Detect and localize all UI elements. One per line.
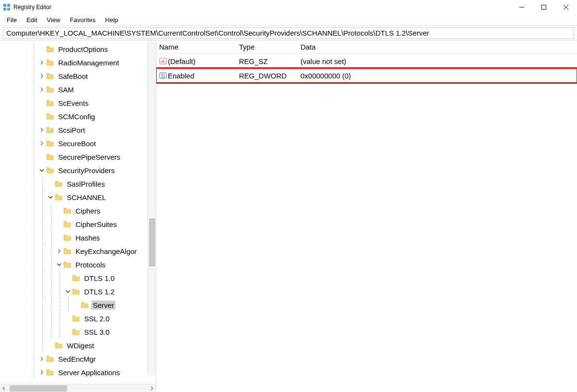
tree-node[interactable]: SCHANNEL (0, 190, 156, 204)
value-row[interactable]: ab(Default)REG_SZ(value not set) (156, 54, 577, 68)
chevron-right-icon[interactable] (38, 59, 45, 66)
tree-node-label[interactable]: Server Applications (57, 368, 121, 377)
value-type: REG_DWORD (239, 72, 301, 80)
tree-node[interactable]: ProductOptions (0, 42, 156, 56)
values-header: Name Type Data (156, 40, 577, 54)
folder-icon (63, 221, 71, 228)
tree-node-label[interactable]: DTLS 1.2 (83, 287, 116, 296)
tree-node[interactable]: SedEncMgr (0, 352, 156, 366)
column-data[interactable]: Data (301, 43, 577, 51)
tree-node[interactable]: SSL 3.0 (0, 325, 156, 339)
menu-favorites[interactable]: Favorites (65, 15, 100, 25)
menubar: File Edit View Favorites Help (0, 14, 577, 26)
chevron-right-icon[interactable] (38, 126, 45, 133)
menu-help[interactable]: Help (100, 15, 123, 25)
tree-node[interactable]: Server Applications (0, 366, 156, 379)
menu-file[interactable]: File (2, 15, 22, 25)
tree-node[interactable]: SafeBoot (0, 69, 156, 83)
tree-node[interactable]: Ciphers (0, 204, 156, 217)
tree-node[interactable]: Server (0, 298, 156, 312)
tree-node-label[interactable]: Protocols (74, 260, 107, 269)
chevron-down-icon[interactable] (47, 194, 54, 201)
tree-node-label[interactable]: SecurePipeServers (57, 152, 122, 162)
tree-node-label[interactable]: SSL 3.0 (83, 328, 111, 337)
app-icon (3, 3, 11, 11)
tree-node[interactable]: CipherSuites (0, 217, 156, 231)
tree-node-label[interactable]: SAM (57, 85, 75, 94)
folder-icon (46, 153, 54, 160)
tree-node[interactable]: SAM (0, 83, 156, 96)
value-row[interactable]: 011110EnabledREG_DWORD0x00000000 (0) (156, 68, 577, 83)
tree-node-label[interactable]: CipherSuites (74, 220, 118, 229)
tree-node-label[interactable]: SedEncMgr (57, 354, 97, 364)
chevron-down-icon[interactable] (38, 167, 45, 174)
folder-icon (46, 100, 54, 106)
tree-node-label[interactable]: RadioManagement (57, 58, 121, 67)
tree-node[interactable]: SecurityProviders (0, 164, 156, 177)
chevron-down-icon[interactable] (64, 288, 71, 295)
scrollbar-thumb[interactable] (10, 385, 67, 392)
tree-node[interactable]: ScsiPort (0, 123, 156, 137)
tree-node[interactable]: DTLS 1.0 (0, 271, 156, 285)
tree-node[interactable]: RadioManagement (0, 56, 156, 69)
chevron-right-icon[interactable] (56, 248, 63, 254)
tree[interactable]: ProductOptionsRadioManagementSafeBootSAM… (0, 40, 156, 379)
menu-view[interactable]: View (42, 15, 65, 25)
folder-icon (46, 167, 54, 174)
folder-icon (63, 234, 71, 241)
tree-node-label[interactable]: Ciphers (74, 206, 102, 215)
tree-node-label[interactable]: KeyExchangeAlgor (74, 247, 138, 256)
folder-icon (55, 194, 63, 201)
tree-node[interactable]: SecurePipeServers (0, 150, 156, 164)
tree-node[interactable]: DTLS 1.2 (0, 285, 156, 298)
chevron-right-icon[interactable] (38, 369, 45, 376)
tree-node[interactable]: SaslProfiles (0, 177, 156, 190)
values-pane: Name Type Data ab(Default)REG_SZ(value n… (156, 40, 577, 392)
tree-node-label[interactable]: ScEvents (57, 99, 90, 108)
scrollbar-thumb[interactable] (149, 218, 155, 266)
column-type[interactable]: Type (239, 43, 301, 51)
maximize-button[interactable] (533, 0, 555, 14)
tree-node-label[interactable]: SafeBoot (57, 72, 89, 81)
tree-node-label[interactable]: SSL 2.0 (83, 314, 111, 323)
tree-node-label[interactable]: Server (91, 301, 115, 310)
tree-node-label[interactable]: SaslProfiles (65, 179, 106, 189)
chevron-right-icon[interactable] (38, 73, 45, 79)
chevron-down-icon[interactable] (56, 261, 63, 268)
tree-node-label[interactable]: SCHANNEL (65, 193, 108, 202)
tree-node[interactable]: SCMConfig (0, 110, 156, 123)
tree-node-label[interactable]: SCMConfig (57, 112, 97, 121)
vertical-scrollbar[interactable] (148, 40, 156, 376)
horizontal-scrollbar[interactable] (0, 384, 156, 392)
tree-node-label[interactable]: ScsiPort (57, 126, 87, 135)
tree-node[interactable]: SSL 2.0 (0, 312, 156, 325)
values-list[interactable]: ab(Default)REG_SZ(value not set)011110En… (156, 54, 577, 83)
tree-node[interactable]: WDigest (0, 339, 156, 352)
minimize-button[interactable] (511, 0, 533, 14)
close-button[interactable] (555, 0, 577, 14)
address-input[interactable] (3, 27, 574, 39)
tree-node-label[interactable]: ProductOptions (57, 45, 109, 54)
tree-node-label[interactable]: DTLS 1.0 (83, 274, 116, 283)
value-data: (value not set) (301, 57, 577, 65)
menu-edit[interactable]: Edit (22, 15, 42, 25)
chevron-right-icon[interactable] (38, 355, 45, 362)
tree-node[interactable]: ScEvents (0, 96, 156, 110)
chevron-right-icon[interactable] (38, 140, 45, 147)
tree-node-label[interactable]: Hashes (74, 233, 101, 242)
tree-node[interactable]: SecureBoot (0, 137, 156, 150)
folder-icon (46, 126, 54, 133)
column-name[interactable]: Name (159, 43, 239, 51)
tree-node-label[interactable]: WDigest (65, 341, 96, 350)
tree-node[interactable]: Hashes (0, 231, 156, 244)
tree-node-label[interactable]: SecurityProviders (57, 166, 116, 175)
tree-node[interactable]: KeyExchangeAlgor (0, 244, 156, 258)
scroll-right-button[interactable] (148, 384, 156, 392)
folder-icon (46, 86, 54, 93)
tree-node-label[interactable]: SecureBoot (57, 139, 97, 148)
scroll-left-button[interactable] (0, 384, 8, 392)
tree-pane: ProductOptionsRadioManagementSafeBootSAM… (0, 40, 156, 392)
tree-node[interactable]: Protocols (0, 258, 156, 271)
titlebar: Registry Editor (0, 0, 577, 14)
chevron-right-icon[interactable] (38, 86, 45, 93)
